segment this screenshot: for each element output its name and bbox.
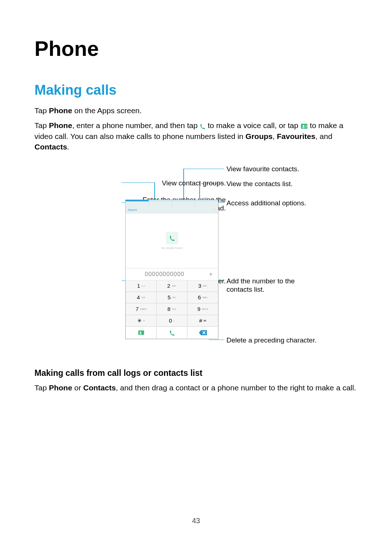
label-add-2: contacts list.	[226, 286, 265, 293]
callout-line	[183, 169, 224, 169]
text: ,	[273, 132, 277, 140]
text: on the Apps screen.	[72, 106, 142, 115]
svg-rect-2	[305, 125, 307, 127]
voicemail-icon: 📼	[204, 319, 206, 322]
bold-phone: Phone	[49, 106, 72, 115]
preview-area: No results found	[126, 214, 218, 268]
page-title: Phone	[34, 36, 358, 61]
text: Tap	[34, 383, 49, 392]
bold-phone: Phone	[49, 383, 72, 392]
key-hash[interactable]: #📼	[187, 315, 218, 327]
key-1[interactable]: 1o-o	[126, 280, 156, 292]
no-results-text: No results found	[161, 246, 182, 250]
bold-favourites: Favourites	[277, 132, 315, 140]
svg-point-1	[302, 125, 304, 127]
key-8[interactable]: 8TUV	[156, 303, 187, 315]
bold-groups: Groups	[245, 132, 273, 140]
video-call-icon	[301, 123, 308, 130]
tab-groups[interactable]	[149, 200, 172, 206]
bold-phone: Phone	[49, 121, 72, 130]
key-5[interactable]: 5JKL	[156, 292, 187, 303]
search-text: Search	[128, 208, 137, 212]
label-view-contacts: View the contacts list.	[226, 180, 293, 188]
key-4[interactable]: 4GHI	[126, 292, 156, 303]
tab-contacts[interactable]	[195, 200, 218, 206]
section-heading: Making calls	[34, 82, 358, 98]
key-3[interactable]: 3DEF	[187, 280, 218, 292]
key-0[interactable]: 0+	[156, 315, 187, 327]
callout-line	[122, 182, 154, 183]
text: Tap	[34, 121, 49, 130]
subsection-heading: Making calls from call logs or contacts …	[34, 368, 358, 378]
add-contact-button[interactable]: +	[204, 271, 218, 278]
search-row[interactable]: Search ⋮	[126, 206, 218, 214]
intro-p1: Tap Phone on the Apps screen.	[34, 105, 358, 116]
label-add-1: Add the number to the	[226, 277, 295, 285]
tab-bar	[126, 200, 218, 206]
keypad-diagram: View contact groups. Enter the number us…	[34, 161, 358, 354]
key-2[interactable]: 2ABC	[156, 280, 187, 292]
label-view-groups: View contact groups.	[162, 179, 226, 188]
phone-screenshot: Search ⋮ No results found 00000000000 + …	[125, 200, 219, 339]
backspace-button[interactable]	[187, 327, 218, 339]
label-delete-char: Delete a preceding character.	[226, 336, 317, 345]
number-preview: 00000000000	[126, 271, 204, 278]
bold-contacts: Contacts	[83, 383, 116, 392]
label-access-options: Access additional options.	[226, 199, 306, 208]
call-icon	[200, 123, 205, 130]
text: .	[67, 143, 69, 151]
key-6[interactable]: 6MNO	[187, 292, 218, 303]
text: , and then drag a contact or a phone num…	[116, 383, 356, 392]
tab-keypad[interactable]	[126, 200, 149, 206]
text: or	[72, 383, 83, 392]
p3: Tap Phone or Contacts, and then drag a c…	[34, 382, 358, 393]
text: to make a voice call, or tap	[205, 121, 300, 130]
text: Tap	[34, 106, 49, 115]
more-icon[interactable]: ⋮	[213, 208, 216, 212]
call-tile-icon	[166, 232, 178, 244]
text: , and	[315, 132, 332, 140]
svg-point-4	[140, 331, 141, 333]
key-7[interactable]: 7PQRS	[126, 303, 156, 315]
intro-p2: Tap Phone, enter a phone number, and the…	[34, 120, 358, 152]
voice-call-button[interactable]	[156, 327, 187, 339]
page-number: 43	[0, 517, 392, 525]
callout-line	[209, 340, 224, 340]
key-star[interactable]: ✳P	[126, 315, 156, 327]
number-preview-row: 00000000000 +	[126, 268, 218, 280]
label-view-fav: View favourite contacts.	[226, 165, 299, 173]
video-call-button[interactable]	[126, 327, 156, 339]
key-9[interactable]: 9WXYZ	[187, 303, 218, 315]
tab-favourites[interactable]	[172, 200, 195, 206]
bold-contacts: Contacts	[34, 143, 67, 151]
text: , enter a phone number, and then tap	[72, 121, 200, 130]
